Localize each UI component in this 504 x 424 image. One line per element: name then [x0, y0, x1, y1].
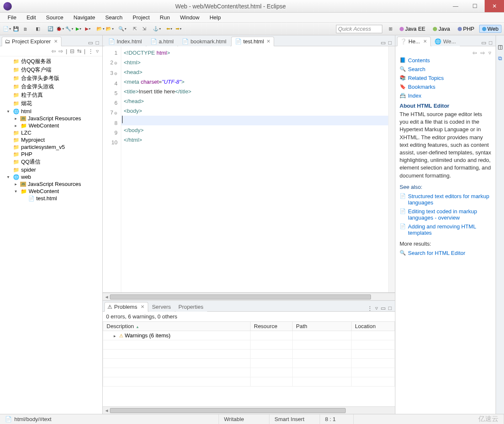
debug-icon[interactable]: 🐞 [56, 25, 64, 33]
close-icon[interactable]: ✕ [141, 304, 144, 310]
help-index-link[interactable]: Index [408, 93, 421, 99]
open-folder-icon[interactable]: 📂 [96, 25, 104, 33]
tree-node[interactable]: 合金弹头游戏 [2, 82, 102, 91]
see-also-link[interactable]: Editing text coded in markup languages -… [408, 208, 491, 221]
problems-hscroll[interactable]: ◂ [103, 406, 395, 414]
tree-node[interactable]: QQ通信 [2, 158, 102, 166]
open-perspective-icon[interactable]: ⊞ [387, 25, 395, 33]
back-icon[interactable]: ⇦ [51, 48, 56, 54]
editor-hscroll[interactable]: ◂ [103, 293, 395, 300]
maximize-view-icon[interactable]: □ [388, 305, 392, 311]
tree-node[interactable]: 仿QQ客户端 [2, 66, 102, 74]
perspective-php[interactable]: PHP [455, 25, 477, 33]
trim-stack[interactable]: ◫ ⧉ [496, 35, 504, 414]
nav-icon[interactable]: ⇱ [131, 25, 139, 33]
close-icon[interactable]: ✕ [423, 39, 427, 44]
view-menu-icon[interactable]: ⋮ [367, 305, 373, 311]
quick-access-input[interactable]: Quick Access [336, 25, 382, 33]
tree-node[interactable]: ▾WebContent [2, 188, 102, 195]
tree-node[interactable]: ▸WebContent [2, 122, 102, 129]
close-icon[interactable]: ✕ [54, 39, 58, 44]
search-icon[interactable]: 🔍 [118, 25, 126, 33]
outline-icon[interactable]: ⧉ [498, 55, 502, 62]
project-tree[interactable]: 仿QQ服务器仿QQ客户端合金弹头参考版合金弹头游戏粒子仿真烟花▾🌐html▸Ja… [0, 56, 102, 414]
menu-search[interactable]: Search [101, 13, 127, 21]
help-fwd-icon[interactable]: ⇨ [480, 50, 485, 56]
menu-help[interactable]: Help [205, 13, 225, 21]
menu-icon[interactable]: ▿ [96, 48, 99, 54]
tree-node[interactable]: 仿QQ服务器 [2, 57, 102, 66]
fwd-icon[interactable]: ⇨ [59, 48, 63, 54]
column-location[interactable]: Location [352, 322, 395, 331]
new-folder-icon[interactable]: 📂 [105, 25, 114, 33]
tree-node[interactable]: Myproject [2, 136, 102, 143]
help-back-icon[interactable]: ⇦ [472, 50, 477, 56]
tree-node[interactable]: spider [2, 166, 102, 173]
help-menu-icon[interactable]: ▿ [488, 50, 491, 56]
maximize-editor-icon[interactable]: □ [388, 40, 392, 46]
tree-node[interactable]: particlesystem_v5 [2, 143, 102, 151]
editor-tab[interactable]: 📄Index.html [104, 37, 146, 46]
restore-icon[interactable]: ◫ [498, 44, 503, 50]
tree-node[interactable]: 烟花 [2, 99, 102, 108]
menu-window[interactable]: Window [176, 13, 203, 21]
overview-ruler[interactable] [388, 46, 395, 292]
column-description[interactable]: Description▴ [103, 322, 251, 331]
maximize-view-icon[interactable]: □ [489, 40, 492, 46]
editor-tab[interactable]: 📄a.html [147, 37, 177, 46]
tree-node[interactable]: PHP [2, 151, 102, 158]
tree-node[interactable]: ▾🌐html [2, 108, 102, 115]
close-icon[interactable]: ✕ [267, 39, 270, 44]
tool-icon[interactable]: 🔧 [65, 25, 73, 33]
perspective-java-ee[interactable]: Java EE [397, 25, 428, 33]
filter-icon[interactable]: ⋮ [88, 48, 93, 54]
ext-tools-button[interactable]: ▶ [83, 25, 92, 33]
link-icon[interactable]: ⇆ [77, 48, 82, 54]
tree-node[interactable]: test.html [2, 195, 102, 202]
collapse-icon[interactable]: ⊟ [70, 48, 75, 54]
new-button[interactable]: 📄 [3, 25, 11, 33]
see-also-link[interactable]: Structured text editors for markup langu… [408, 193, 491, 206]
menu-icon[interactable]: ▿ [375, 305, 378, 311]
minimize-button[interactable]: — [446, 0, 465, 12]
editor-tab[interactable]: 📄bookmark.html [178, 37, 230, 46]
minimize-view-icon[interactable]: ▭ [88, 40, 93, 46]
menu-source[interactable]: Source [42, 13, 67, 21]
menu-project[interactable]: Project [128, 13, 154, 21]
nav2-icon[interactable]: ⇲ [140, 25, 148, 33]
maximize-view-icon[interactable]: □ [96, 40, 99, 46]
nav-anchor-icon[interactable]: ⚓ [152, 25, 161, 33]
help-tab[interactable]: ❔ He... ✕ [397, 37, 431, 46]
servers-tab[interactable]: Servers [149, 302, 175, 312]
tree-node[interactable]: ▸JavaScript Resources [2, 115, 102, 122]
toggle-button[interactable]: ◧ [34, 25, 42, 33]
column-path[interactable]: Path [293, 322, 352, 331]
menu-file[interactable]: File [3, 13, 21, 21]
maximize-button[interactable]: ☐ [465, 0, 485, 12]
welcome-tab[interactable]: 🌐 We... [432, 37, 459, 46]
tree-node[interactable]: 合金弹头参考版 [2, 74, 102, 82]
forward-button[interactable]: ➡ [174, 25, 183, 33]
tree-node[interactable]: ▾🌐web [2, 173, 102, 180]
column-resource[interactable]: Resource [251, 322, 293, 331]
tree-node[interactable]: ▸JavaScript Resources [2, 180, 102, 188]
save-all-button[interactable]: 🗎 [21, 25, 29, 33]
save-button[interactable]: 💾 [12, 25, 20, 33]
code-area[interactable]: <!DOCTYPE html><html><head><meta charset… [121, 46, 388, 292]
related-topics-link[interactable]: Related Topics [408, 75, 444, 81]
close-button[interactable]: ✕ [485, 0, 504, 12]
problems-table[interactable]: Description▴ResourcePathLocation ▸ Warni… [103, 321, 395, 406]
run-button[interactable]: ▶ [74, 25, 83, 33]
menu-navigate[interactable]: Navigate [69, 13, 99, 21]
problems-tab[interactable]: ⚠ Problems ✕ [104, 302, 148, 312]
menu-run[interactable]: Run [156, 13, 174, 21]
minimize-view-icon[interactable]: ▭ [381, 305, 386, 311]
properties-tab[interactable]: Properties [176, 302, 207, 312]
sync-icon[interactable]: 🔄 [46, 25, 55, 33]
see-also-link[interactable]: Adding and removing HTML templates [408, 223, 491, 236]
table-row[interactable]: ▸ Warnings (6 items) [103, 331, 395, 340]
help-search-link[interactable]: Search [408, 66, 425, 72]
search-editor-link[interactable]: Search for HTML Editor [408, 250, 465, 256]
tree-node[interactable]: LZC [2, 129, 102, 136]
back-button[interactable]: ⬅ [165, 25, 173, 33]
